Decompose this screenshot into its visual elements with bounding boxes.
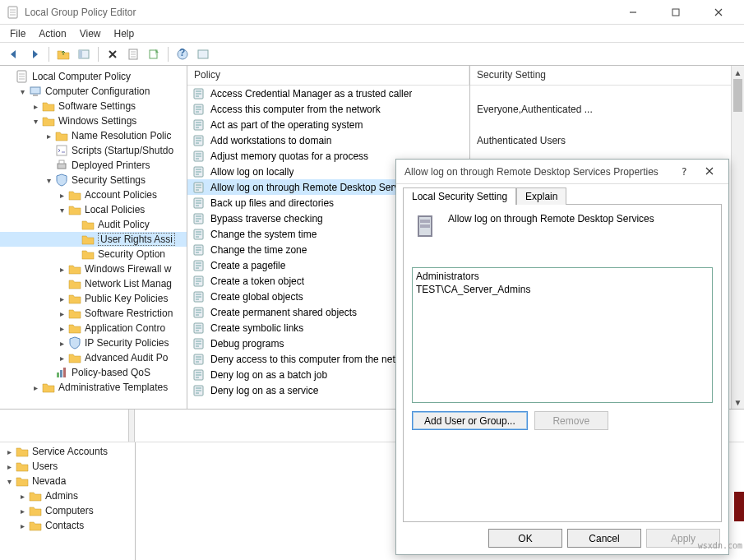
menu-file[interactable]: File [3, 25, 32, 42]
show-hide-tree-button[interactable] [75, 45, 93, 63]
expand-collapse-icon[interactable]: ▸ [56, 265, 68, 274]
expand-collapse-icon[interactable]: ▸ [3, 462, 16, 471]
column-policy[interactable]: Policy [187, 66, 469, 85]
expand-collapse-icon[interactable]: ▸ [16, 492, 29, 501]
column-security-setting[interactable]: Security Setting [470, 66, 744, 85]
security-setting-cell[interactable]: Everyone,Authenticated ... [470, 101, 744, 117]
scroll-down-icon[interactable]: ▼ [732, 396, 744, 409]
expand-collapse-icon[interactable]: ▸ [56, 354, 68, 363]
window-title: Local Group Policy Editor [25, 7, 609, 18]
help-button[interactable] [173, 45, 192, 63]
forward-button[interactable] [25, 45, 44, 63]
tab-local-security-setting[interactable]: Local Security Setting [403, 187, 516, 205]
members-listbox[interactable]: AdministratorsTEST\CA_Server_Admins [412, 267, 713, 403]
tree-node[interactable]: ▸IP Security Policies [0, 336, 187, 350]
maximize-button[interactable] [657, 0, 695, 25]
vertical-splitter[interactable] [128, 410, 135, 442]
expand-collapse-icon[interactable]: ▾ [56, 206, 68, 215]
policy-label: Create a token object [210, 275, 304, 287]
tree-node[interactable]: User Rights Assi [0, 232, 187, 247]
expand-collapse-icon[interactable]: ▸ [56, 294, 68, 303]
bottom-console-tree[interactable]: ▸Service Accounts▸Users▾Nevada▸Admins▸Co… [0, 442, 136, 560]
tree-node[interactable]: ▸Contacts [0, 518, 135, 533]
dialog-close-button[interactable] [699, 166, 720, 178]
member-item[interactable]: Administrators [416, 270, 709, 283]
security-setting-cell[interactable] [470, 86, 744, 101]
policy-label: Deny log on as a batch job [210, 369, 327, 381]
policy-icon [192, 275, 206, 288]
vertical-scrollbar[interactable]: ▲ ▼ [731, 66, 744, 409]
expand-collapse-icon[interactable]: ▸ [56, 324, 68, 333]
tree-node[interactable]: ▸Service Accounts [0, 444, 135, 459]
policy-row[interactable]: Add workstations to domain [187, 132, 469, 148]
tree-node[interactable]: ▾Windows Settings [0, 113, 187, 128]
cancel-button[interactable]: Cancel [567, 529, 641, 548]
back-button[interactable] [5, 45, 23, 63]
dialog-help-button[interactable]: ? [676, 166, 692, 178]
expand-collapse-icon[interactable]: ▾ [43, 176, 55, 185]
tree-node[interactable]: ▾Nevada [0, 474, 135, 488]
tree-node-label: Admins [45, 490, 78, 502]
menu-help[interactable]: Help [108, 25, 141, 42]
tree-node[interactable]: ▾Security Settings [0, 173, 187, 187]
up-one-level-button[interactable] [54, 45, 72, 63]
tree-node[interactable]: ▸Advanced Audit Po [0, 350, 187, 365]
tree-node[interactable]: ▾Local Policies [0, 202, 187, 217]
delete-button[interactable] [104, 45, 122, 63]
tree-node[interactable]: ▸Name Resolution Polic [0, 128, 187, 143]
scroll-up-icon[interactable]: ▲ [732, 66, 744, 79]
tree-node[interactable]: ▸Application Contro [0, 321, 187, 336]
tree-node[interactable]: Scripts (Startup/Shutdo [0, 143, 187, 158]
expand-collapse-icon[interactable]: ▾ [30, 117, 42, 126]
expand-collapse-icon[interactable]: ▸ [3, 447, 16, 456]
tree-node[interactable]: ▸Windows Firewall w [0, 261, 187, 276]
tree-node[interactable]: Deployed Printers [0, 158, 187, 173]
expand-collapse-icon[interactable]: ▾ [3, 477, 16, 486]
tree-node[interactable]: Local Computer Policy [0, 69, 187, 84]
tree-node[interactable]: ▸Administrative Templates [0, 380, 187, 395]
add-user-or-group-button[interactable]: Add User or Group... [412, 411, 528, 430]
minimize-button[interactable] [614, 0, 652, 25]
tree-node[interactable]: ▸Public Key Policies [0, 291, 187, 306]
tree-node[interactable]: ▸Account Policies [0, 187, 187, 202]
refresh-button[interactable] [194, 45, 212, 63]
policy-row[interactable]: Access this computer from the network [187, 101, 469, 117]
expand-collapse-icon[interactable]: ▸ [56, 309, 68, 318]
policy-row[interactable]: Access Credential Manager as a trusted c… [187, 86, 469, 101]
toolbar-separator [98, 47, 99, 62]
scroll-thumb[interactable] [733, 79, 742, 112]
export-list-button[interactable] [145, 45, 163, 63]
tree-node[interactable]: ▸Software Settings [0, 99, 187, 113]
menu-action[interactable]: Action [32, 25, 72, 42]
tree-node[interactable]: Policy-based QoS [0, 365, 187, 380]
menu-view[interactable]: View [73, 25, 108, 42]
tree-node[interactable]: ▸Users [0, 459, 135, 474]
expand-collapse-icon[interactable]: ▸ [56, 339, 68, 348]
tab-explain[interactable]: Explain [516, 187, 566, 205]
tree-node[interactable]: Security Option [0, 247, 187, 261]
expand-collapse-icon[interactable]: ▸ [56, 191, 68, 200]
security-setting-cell[interactable] [470, 117, 744, 132]
apply-button[interactable]: Apply [646, 529, 720, 548]
expand-collapse-icon[interactable]: ▸ [16, 521, 29, 530]
expand-collapse-icon[interactable]: ▸ [30, 383, 42, 392]
expand-collapse-icon[interactable]: ▸ [16, 507, 29, 516]
expand-collapse-icon[interactable]: ▾ [16, 87, 29, 96]
tree-node[interactable]: ▸Admins [0, 488, 135, 503]
properties-button[interactable] [124, 45, 142, 63]
ok-button[interactable]: OK [488, 529, 562, 548]
policy-row[interactable]: Act as part of the operating system [187, 117, 469, 132]
tree-node[interactable]: Audit Policy [0, 217, 187, 232]
security-setting-cell[interactable]: Authenticated Users [470, 132, 744, 148]
expand-collapse-icon[interactable]: ▸ [43, 132, 55, 141]
member-item[interactable]: TEST\CA_Server_Admins [416, 283, 709, 296]
tree-node[interactable]: ▸Computers [0, 503, 135, 518]
console-tree-pane[interactable]: Local Computer Policy▾Computer Configura… [0, 66, 187, 409]
remove-button[interactable]: Remove [534, 411, 608, 430]
tree-node[interactable]: ▸Software Restriction [0, 306, 187, 321]
tree-node[interactable]: ▾Computer Configuration [0, 84, 187, 99]
expand-collapse-icon[interactable]: ▸ [30, 102, 42, 111]
tree-node-label: Contacts [45, 520, 84, 531]
close-button[interactable] [700, 0, 737, 25]
tree-node[interactable]: Network List Manag [0, 276, 187, 291]
